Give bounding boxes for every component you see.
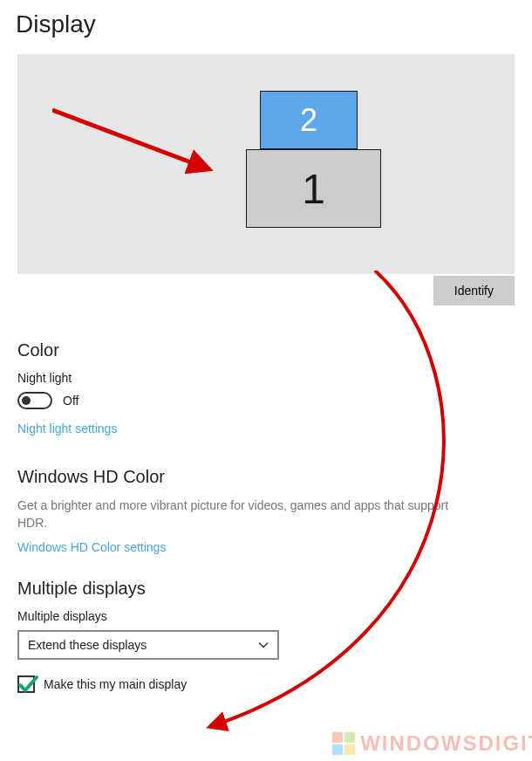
toggle-knob bbox=[22, 396, 31, 405]
annotation-arrow-1 bbox=[52, 106, 227, 194]
page-title: Display bbox=[16, 10, 515, 38]
watermark-text: WINDOWSDIGITA bbox=[360, 731, 532, 756]
night-light-label: Night light bbox=[17, 371, 515, 385]
display-arrangement-area[interactable]: 2 1 bbox=[17, 54, 515, 274]
night-light-toggle[interactable] bbox=[17, 392, 52, 409]
hd-color-settings-link[interactable]: Windows HD Color settings bbox=[17, 540, 515, 554]
identify-button[interactable]: Identify bbox=[433, 276, 515, 305]
main-display-checkbox-label: Make this my main display bbox=[44, 677, 187, 691]
main-display-checkbox[interactable] bbox=[17, 675, 35, 693]
monitor-2-label: 2 bbox=[300, 102, 317, 139]
monitor-1[interactable]: 1 bbox=[246, 149, 381, 228]
night-light-state: Off bbox=[63, 394, 78, 408]
dropdown-selected-value: Extend these displays bbox=[28, 638, 147, 652]
hd-color-heading: Windows HD Color bbox=[17, 467, 515, 487]
chevron-down-icon bbox=[258, 640, 269, 650]
svg-line-0 bbox=[52, 110, 209, 169]
hd-color-description: Get a brighter and more vibrant picture … bbox=[17, 497, 471, 531]
multiple-displays-heading: Multiple displays bbox=[17, 579, 515, 599]
multiple-displays-dropdown[interactable]: Extend these displays bbox=[17, 630, 279, 660]
night-light-settings-link[interactable]: Night light settings bbox=[17, 422, 515, 435]
checkmark-icon bbox=[17, 674, 38, 695]
windows-logo-icon bbox=[332, 732, 355, 755]
monitor-1-label: 1 bbox=[302, 165, 325, 213]
monitor-2[interactable]: 2 bbox=[260, 91, 358, 149]
multiple-displays-sublabel: Multiple displays bbox=[17, 609, 515, 623]
color-heading: Color bbox=[17, 340, 515, 360]
watermark: WINDOWSDIGITA bbox=[332, 731, 532, 756]
